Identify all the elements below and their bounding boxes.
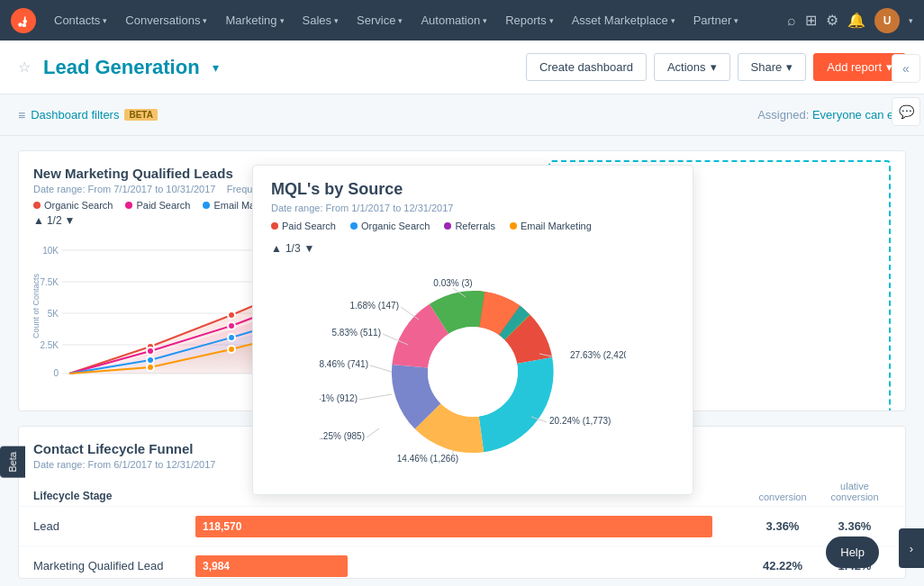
legend-item-paid-search: Paid Search bbox=[125, 200, 190, 211]
svg-line-43 bbox=[370, 365, 392, 372]
top-nav: Contacts▾ Conversations▾ Marketing▾ Sale… bbox=[0, 0, 924, 41]
svg-point-13 bbox=[228, 311, 235, 319]
svg-text:8.46% (741): 8.46% (741) bbox=[320, 359, 368, 369]
lifecycle-bar-mql: 3,984 bbox=[195, 555, 348, 577]
popup-legend-referrals: Referrals bbox=[444, 221, 495, 231]
beta-badge: BETA bbox=[124, 109, 157, 121]
popup-legend: Paid Search Organic Search Referrals Ema… bbox=[271, 221, 675, 231]
content-area: New Marketing Qualified Leads Date range… bbox=[0, 136, 924, 586]
svg-point-21 bbox=[147, 364, 154, 371]
svg-point-28 bbox=[428, 327, 518, 417]
svg-line-45 bbox=[401, 307, 419, 320]
popup-dot-organic-search bbox=[350, 222, 358, 230]
svg-text:10K: 10K bbox=[42, 246, 59, 256]
popup-pagination: ▲ 1/3 ▼ bbox=[271, 242, 675, 255]
share-chevron-icon: ▾ bbox=[786, 60, 793, 74]
svg-line-42 bbox=[359, 394, 392, 400]
popup-legend-organic-search: Organic Search bbox=[350, 221, 430, 231]
pie-chart-svg: 27.63% (2,420) 20.24% (1,773) 14.46% (1,… bbox=[320, 273, 626, 471]
hubspot-logo[interactable] bbox=[11, 8, 36, 33]
nav-sales[interactable]: Sales▾ bbox=[295, 8, 347, 32]
nav-marketing[interactable]: Marketing▾ bbox=[218, 8, 291, 32]
svg-text:20.24% (1,773): 20.24% (1,773) bbox=[549, 416, 611, 426]
stage-header-label: Lifecycle Stage bbox=[33, 489, 195, 502]
svg-text:1.68% (147): 1.68% (147) bbox=[350, 301, 399, 311]
beta-button[interactable]: Beta bbox=[0, 446, 25, 478]
pagination-down-icon: ▼ bbox=[65, 214, 76, 227]
header-actions: Create dashboard Actions ▾ Share ▾ Add r… bbox=[526, 53, 906, 81]
chevron-right-icon: › bbox=[910, 542, 913, 555]
search-icon[interactable]: ⌕ bbox=[787, 13, 796, 29]
svg-text:0.03% (3): 0.03% (3) bbox=[433, 278, 472, 288]
lifecycle-conversion-lead: 3.36% bbox=[747, 519, 819, 533]
svg-point-15 bbox=[147, 347, 154, 355]
lifecycle-row-mql: Marketing Qualified Lead 3,984 42.22% 1.… bbox=[19, 545, 905, 579]
popup-subtitle: Date range: From 1/1/2017 to 12/31/2017 bbox=[271, 203, 675, 213]
chat-icon: 💬 bbox=[899, 104, 914, 119]
assigned-label: Assigned: Everyone can edit bbox=[757, 108, 906, 122]
nav-reports[interactable]: Reports▾ bbox=[498, 8, 561, 32]
share-button[interactable]: Share ▾ bbox=[738, 53, 807, 81]
chat-panel-button[interactable]: 💬 bbox=[892, 97, 920, 126]
nav-contacts[interactable]: Contacts▾ bbox=[47, 8, 114, 32]
cumulative-header-label: ulative conversion bbox=[819, 481, 891, 502]
popup-dot-paid-search bbox=[271, 222, 278, 230]
svg-text:2.5K: 2.5K bbox=[40, 340, 59, 350]
title-chevron-icon[interactable]: ▾ bbox=[213, 60, 219, 75]
nav-automation[interactable]: Automation▾ bbox=[413, 8, 494, 32]
popup-title: MQL's by Source bbox=[271, 180, 675, 199]
svg-text:0: 0 bbox=[53, 368, 59, 378]
popup-card-mql-source: MQL's by Source Date range: From 1/1/201… bbox=[252, 165, 693, 495]
conversion-header-label: conversion bbox=[747, 491, 819, 502]
subheader: ≡ Dashboard filters BETA Assigned: Every… bbox=[0, 95, 924, 136]
nav-asset-marketplace[interactable]: Asset Marketplace▾ bbox=[565, 8, 683, 32]
svg-text:11.25% (985): 11.25% (985) bbox=[320, 431, 365, 441]
svg-text:7.5K: 7.5K bbox=[40, 277, 59, 287]
apps-icon[interactable]: ⊞ bbox=[805, 12, 817, 29]
page-title[interactable]: Lead Generation bbox=[43, 56, 200, 79]
svg-line-41 bbox=[367, 428, 379, 437]
lifecycle-conversion-mql: 42.22% bbox=[747, 559, 819, 572]
svg-text:14.46% (1,266): 14.46% (1,266) bbox=[397, 454, 458, 464]
legend-dot-email-marketing bbox=[203, 202, 210, 209]
svg-text:5K: 5K bbox=[48, 309, 59, 319]
lifecycle-bar-container-mql: 3,984 bbox=[195, 555, 739, 577]
pie-chart-container: 27.63% (2,420) 20.24% (1,773) 14.46% (1,… bbox=[271, 264, 675, 480]
svg-point-16 bbox=[228, 322, 235, 329]
filter-icon: ≡ bbox=[18, 108, 25, 122]
svg-text:27.63% (2,420): 27.63% (2,420) bbox=[570, 350, 626, 360]
collapse-panel-button[interactable]: « bbox=[892, 54, 920, 83]
svg-text:5.83% (511): 5.83% (511) bbox=[332, 328, 381, 338]
dashboard-filters-label[interactable]: Dashboard filters bbox=[31, 108, 119, 122]
settings-icon[interactable]: ⚙ bbox=[826, 12, 838, 29]
lifecycle-row-lead: Lead 118,570 3.36% 3.36% bbox=[19, 506, 905, 545]
svg-text:Count of Contacts: Count of Contacts bbox=[33, 273, 41, 338]
popup-pagination-up-icon: ▲ bbox=[271, 242, 282, 255]
lifecycle-cumulative-lead: 3.36% bbox=[819, 519, 891, 533]
legend-dot-organic-search bbox=[33, 202, 41, 209]
svg-point-1 bbox=[18, 23, 22, 26]
svg-point-19 bbox=[228, 334, 235, 341]
popup-legend-paid-search: Paid Search bbox=[271, 221, 336, 231]
notifications-icon[interactable]: 🔔 bbox=[847, 12, 865, 29]
nav-conversations[interactable]: Conversations▾ bbox=[118, 8, 214, 32]
help-button[interactable]: Help bbox=[826, 536, 879, 568]
pagination-up-icon: ▲ bbox=[33, 214, 44, 227]
double-chevron-left-icon: « bbox=[902, 61, 910, 76]
actions-chevron-icon: ▾ bbox=[711, 60, 717, 74]
side-panel: « 💬 bbox=[888, 0, 924, 586]
favorite-icon[interactable]: ☆ bbox=[18, 59, 31, 76]
nav-partner[interactable]: Partner▾ bbox=[686, 8, 747, 32]
create-dashboard-button[interactable]: Create dashboard bbox=[526, 53, 647, 81]
legend-item-organic-search: Organic Search bbox=[33, 200, 113, 211]
nav-service[interactable]: Service▾ bbox=[349, 8, 410, 32]
svg-point-22 bbox=[228, 346, 235, 353]
actions-button[interactable]: Actions ▾ bbox=[654, 53, 730, 81]
header-bar: ☆ Lead Generation ▾ Create dashboard Act… bbox=[0, 41, 924, 95]
svg-text:10.41% (912): 10.41% (912) bbox=[320, 393, 358, 403]
lifecycle-bar-lead: 118,570 bbox=[195, 516, 712, 537]
scroll-right-button[interactable]: › bbox=[899, 528, 924, 568]
popup-legend-email-marketing: Email Marketing bbox=[510, 221, 592, 231]
svg-point-18 bbox=[147, 356, 154, 364]
legend-dot-paid-search bbox=[125, 202, 132, 209]
